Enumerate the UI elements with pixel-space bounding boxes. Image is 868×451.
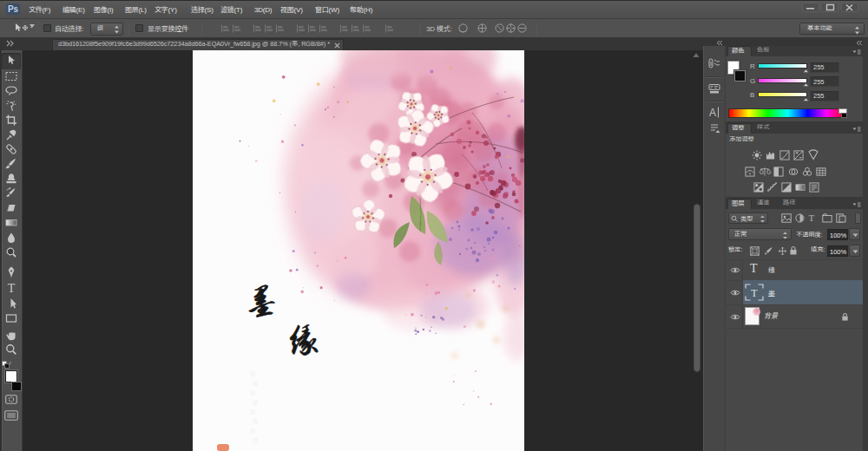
svg-text:T: T — [8, 282, 16, 295]
svg-text:T: T — [751, 287, 758, 299]
svg-text:A: A — [709, 107, 716, 119]
